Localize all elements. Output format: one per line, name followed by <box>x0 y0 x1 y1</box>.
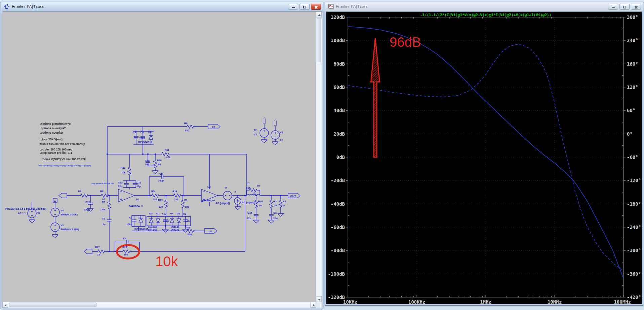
schematic-drawing[interactable]: .options plotwinsize=0.options numdgt=7.… <box>2 12 317 303</box>
minimize-icon <box>292 7 295 8</box>
schematic-label: 220p <box>163 219 169 222</box>
schematic-label: 330 <box>159 205 163 208</box>
schematic-label: R27 <box>95 246 100 249</box>
schematic-label: 100u <box>126 223 132 226</box>
schematic-label: 630 <box>188 233 192 236</box>
schematic-label: 22p <box>118 185 122 188</box>
schematic-label: .step param prb list -1 1 <box>40 151 72 154</box>
schematic-label: U1 <box>136 198 139 201</box>
restore-button[interactable] <box>299 4 310 10</box>
schematic-label: C15 <box>247 211 252 214</box>
y-right-tick-label: 60° <box>627 108 635 113</box>
schematic-label: R10 <box>157 159 162 162</box>
y-right-tick-label: -60° <box>627 154 638 160</box>
schematic-label: 10k <box>155 253 178 269</box>
schematic-label: R4 <box>78 190 81 193</box>
ltspice-schematic-icon <box>4 4 10 9</box>
schematic-label: R8 <box>100 190 104 193</box>
schematic-label: 470p <box>84 208 90 211</box>
scroll-right-button[interactable] <box>310 302 316 308</box>
close-button[interactable] <box>311 4 321 10</box>
schematic-label: 10k <box>124 253 128 256</box>
y-left-tick-label: 100dB <box>331 38 345 43</box>
schematic-label: R14 <box>172 190 177 193</box>
scroll-up-button[interactable] <box>316 12 322 18</box>
plot-canvas[interactable]: -1/(1-1/(2*(I(Vi)@1*V(x)@2-V(x)@1*I(Vi)@… <box>326 11 642 304</box>
scroll-left-button[interactable] <box>2 302 8 308</box>
schematic-label: 22 <box>212 126 215 129</box>
schematic-label: C1 <box>102 217 105 220</box>
schematic-label: R6 <box>184 122 188 125</box>
schematic-label: 544UD2A_V <box>129 205 143 208</box>
schematic-label: 10 <box>259 204 261 207</box>
schematic-label: R16 <box>258 200 263 203</box>
y-left-tick-label: 120dB <box>331 14 345 20</box>
y-right-tick-label: -360° <box>627 271 641 277</box>
schematic-label: C6 <box>140 131 144 134</box>
schematic-label: ;tran 0 105.6m 100.6m 22n startup <box>39 142 85 146</box>
schematic-label: C5 <box>159 172 163 175</box>
schematic-label: 10k <box>121 171 126 174</box>
schematic-label: ;noise V(OUT) V5 dec 100 20 20k <box>42 158 86 161</box>
y-right-tick-label: 300° <box>627 14 638 20</box>
x-tick-label: 10KHz <box>343 299 357 305</box>
schematic-label: 150 <box>185 205 189 208</box>
schematic-label: .22u <box>273 217 278 220</box>
schematic-label: -1/(1-1/(2*(I(Vi)@1*V(x)@2-V(x)@1*I(Vi)@… <box>38 165 91 167</box>
vertical-scrollbar[interactable] <box>316 12 322 302</box>
schematic-label: C2 <box>123 237 126 240</box>
schematic-label: C14 <box>162 213 167 216</box>
schematic-label: Vi <box>225 186 227 189</box>
schematic-titlebar[interactable]: Frontier PA(1).asc <box>1 2 323 11</box>
horizontal-scrollbar[interactable] <box>2 302 316 308</box>
schematic-label: AC 1 1 <box>18 212 26 215</box>
arrow-right-icon <box>313 304 315 307</box>
schematic-label: C10 <box>145 159 150 162</box>
bode-plot[interactable]: -1/(1-1/(2*(I(Vi)@1*V(x)@2-V(x)@1*I(Vi)@… <box>326 12 642 305</box>
schematic-label: 2k2 <box>153 198 157 201</box>
vertical-scroll-thumb[interactable] <box>317 19 321 62</box>
schematic-label: 1n <box>103 223 106 226</box>
schematic-label: V2 <box>254 133 257 136</box>
scroll-down-button[interactable] <box>316 296 322 302</box>
schematic-label: C4 <box>183 213 186 216</box>
plot-title-expression[interactable]: -1/(1-1/(2*(I(Vi)@1*V(x)@2-V(x)@1*I(Vi)@… <box>420 13 552 17</box>
minimize-button[interactable] <box>608 4 618 10</box>
x-tick-label: 10MHz <box>548 299 562 305</box>
schematic-label: D3 <box>177 212 180 215</box>
waveform-titlebar[interactable]: Frontier PA(1).asc <box>325 2 643 11</box>
schematic-label: 1k <box>97 253 100 256</box>
restore-button[interactable] <box>619 4 630 10</box>
schematic-label: C7 <box>129 216 132 219</box>
y-right-tick-label: 120° <box>627 84 638 90</box>
schematic-label: V3 <box>61 224 64 227</box>
schematic-label: U2 <box>207 185 211 188</box>
schematic-label: .options plotwinsize=0 <box>40 122 71 126</box>
schematic-label: 630 <box>185 129 189 132</box>
schematic-label: E <box>54 200 56 203</box>
horizontal-scroll-thumb[interactable] <box>9 303 96 307</box>
schematic-label: 1u <box>138 216 141 219</box>
close-button[interactable] <box>631 4 641 10</box>
schematic-label: C13 <box>118 181 123 184</box>
schematic-label: 22p <box>136 185 141 188</box>
schematic-label: R11 <box>165 148 169 151</box>
schematic-label: R12 <box>121 166 125 169</box>
schematic-label: 3u <box>257 184 260 187</box>
schematic-canvas[interactable]: .options plotwinsize=0.options numdgt=7.… <box>2 11 322 308</box>
curve-phase <box>348 44 623 271</box>
arrow-up-icon <box>318 14 321 16</box>
schematic-label: R7 <box>102 201 105 204</box>
schematic-label: ; .four 20K V(out) <box>39 138 63 141</box>
schematic-label: R15 <box>246 186 250 190</box>
schematic-window: Frontier PA(1).asc <box>1 2 323 309</box>
schematic-label: 10 <box>252 192 255 195</box>
schematic-label: R5 <box>151 190 155 193</box>
y-right-tick-label: -300° <box>627 248 641 253</box>
schematic-label: PULSE(-0.5 0.5 0 50n 50n 25u 50u) <box>5 207 46 210</box>
arrow-down-icon <box>318 299 321 301</box>
minimize-button[interactable] <box>288 4 298 10</box>
schematic-label: 2n2 <box>145 163 149 166</box>
window-title: Frontier PA(1).asc <box>336 4 608 9</box>
schematic-label: .ac dec 100 10k 100meg <box>40 148 72 151</box>
